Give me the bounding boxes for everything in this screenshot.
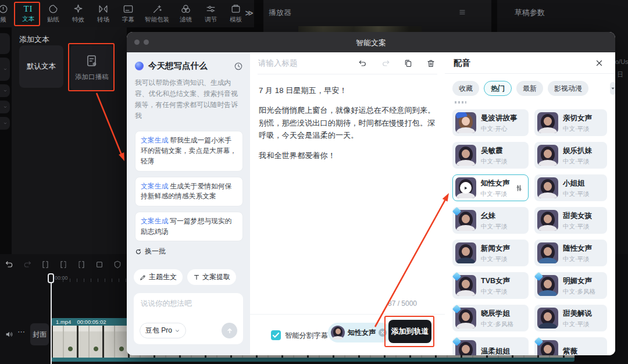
hamburger-icon[interactable] — [458, 9, 467, 16]
captions-icon — [123, 3, 134, 15]
voice-card[interactable]: 小姐姐中文·平淡 — [534, 174, 607, 201]
voice-name: 随性女声 — [563, 244, 592, 252]
rail-item[interactable] — [0, 117, 10, 130]
voice-desc: 中文·多风格 — [563, 288, 595, 296]
rail-item[interactable] — [0, 58, 10, 81]
suggestion-card[interactable]: 文案生成写一篇梦想与现实的励志鸡汤 — [135, 212, 243, 241]
delete-icon[interactable] — [426, 59, 436, 68]
refresh-button[interactable]: 换一批 — [135, 247, 250, 256]
voice-avatar — [537, 340, 558, 355]
voice-card[interactable]: 甜美女孩中文·平淡 — [534, 207, 607, 234]
voice-card[interactable]: 吴敏霞中文·平淡 — [452, 142, 529, 169]
dialog-header[interactable]: 智能文案 — [127, 32, 615, 52]
idea-input-placeholder: 说说你的想法吧 — [141, 299, 192, 309]
voice-card[interactable]: 甜美解说中文·平淡 — [534, 305, 607, 331]
toolbar-more-button[interactable]: ≫ — [245, 8, 252, 17]
assistant-column: 今天想写点什么 我可以帮助你查询知识、生成内容、优化和总结文案、搜索抖音视频等，… — [127, 52, 250, 355]
toolbar-item-smart-package[interactable]: 智能包装 — [141, 0, 173, 27]
voice-desc: 中文·平淡 — [481, 288, 510, 296]
editor-text[interactable]: 7 月 18 日星期五，早安！阳光会悄悄爬上窗台，就像好运总在不经意间到来。别慌… — [250, 74, 445, 162]
voice-card[interactable]: 曼波讲故事中文·开心 — [452, 109, 529, 136]
sort-caret-button[interactable] — [610, 82, 615, 95]
default-text-card[interactable]: 默认文本 — [19, 45, 63, 88]
voice-card[interactable]: 幺妹中文·平淡 — [452, 207, 529, 234]
extract-copy-button[interactable]: 文案提取 — [187, 269, 236, 285]
voice-card[interactable]: TVB女声中文·平淡 — [452, 272, 529, 299]
toolbar-item-sticker[interactable]: 贴纸 — [41, 0, 66, 27]
crop-icon[interactable] — [90, 260, 108, 270]
voice-card[interactable]: 温柔姐姐 — [452, 337, 529, 355]
smart-split-checkbox[interactable] — [271, 330, 281, 340]
clock-history-icon[interactable] — [234, 62, 243, 71]
more-dots-icon[interactable]: ⋯ — [17, 327, 26, 336]
voice-name: 幺妹 — [481, 212, 495, 220]
rail-item[interactable] — [0, 101, 10, 113]
toolbar-item-filter-lens[interactable]: 滤镜 — [173, 0, 198, 27]
add-text-panel: 添加文本 默认文本 添加口播稿 — [12, 27, 127, 254]
redo-icon[interactable] — [18, 260, 36, 270]
voice-avatar — [455, 177, 476, 198]
voice-desc: 中文·多风格 — [481, 320, 513, 329]
suggestion-card[interactable]: 文案生成生成关于爱情如何保持新鲜感的情感关系文案 — [135, 177, 243, 206]
toolbar-item-audio[interactable]: 频 — [0, 0, 16, 27]
voice-name: 娱乐扒妹 — [563, 147, 592, 155]
voice-tab[interactable]: 热门 — [484, 81, 512, 96]
add-to-track-button[interactable]: 添加到轨道 — [388, 320, 431, 343]
idea-input[interactable]: 说说你的想法吧 豆包 Pro — [134, 293, 243, 344]
voice-card[interactable]: 紫薇 — [534, 337, 607, 355]
split-right-icon[interactable] — [72, 260, 90, 270]
filter-lens-icon — [180, 3, 191, 15]
toolbar-item-captions[interactable]: 字幕 — [116, 0, 141, 27]
voice-name: 紫薇 — [563, 347, 577, 355]
voice-desc: 中文·平淡 — [563, 223, 592, 231]
voice-tab[interactable]: 影视动漫 — [548, 81, 588, 96]
voice-name: 亲切女声 — [563, 114, 592, 122]
x-close-icon[interactable] — [595, 59, 604, 67]
voice-tab[interactable]: 收藏 — [452, 81, 479, 96]
voice-card[interactable]: 知性女声中文·平淡 — [452, 174, 529, 201]
speaker-icon[interactable] — [5, 330, 14, 339]
mask-icon[interactable] — [108, 260, 126, 270]
redo-icon[interactable] — [381, 59, 390, 68]
undo-icon[interactable] — [0, 260, 18, 270]
pen-icon — [140, 274, 147, 281]
split-left-icon[interactable] — [54, 260, 72, 270]
player-panel: 播放器 — [263, 0, 491, 32]
toolbar-item-text[interactable]: TI文本 — [16, 0, 41, 27]
close-circle-icon[interactable] — [379, 329, 387, 337]
topic-generate-button[interactable]: 主题生文 — [134, 269, 183, 285]
voice-card[interactable]: 晓辰学姐中文·多风格 — [452, 305, 529, 331]
voice-card[interactable]: 新闻女声中文·平淡 — [452, 240, 529, 266]
toolbar-item-adjust[interactable]: 调节 — [198, 0, 223, 27]
voice-card[interactable]: 娱乐扒妹中文·平淡 — [534, 142, 607, 169]
undo-icon[interactable] — [358, 59, 367, 68]
copy-icon[interactable] — [404, 59, 413, 68]
send-button[interactable] — [222, 323, 237, 338]
voice-desc: 中文·平淡 — [563, 158, 592, 166]
suggestion-list: 文案生成帮我生成一篇小米手环的营销文案，卖点是大屏幕，轻薄文案生成生成关于爱情如… — [135, 131, 243, 241]
suggestion-card[interactable]: 文案生成帮我生成一篇小米手环的营销文案，卖点是大屏幕，轻薄 — [135, 131, 243, 171]
voice-tab[interactable]: 最新 — [516, 81, 543, 96]
playhead[interactable] — [51, 273, 52, 364]
voice-column: 配音 收藏热门最新影视动漫 曼波讲故事中文·开心亲切女声中文·平淡吴敏霞中文·平… — [445, 52, 615, 355]
split-icon[interactable] — [36, 260, 54, 270]
toolbar-item-transition[interactable]: 转场 — [91, 0, 116, 27]
voice-avatar — [537, 308, 558, 329]
voice-card[interactable]: 随性女声中文·平淡 — [534, 240, 607, 266]
voice-settings-icon[interactable] — [515, 184, 523, 192]
voice-card[interactable]: 明媚女声中文·多风格 — [534, 272, 607, 299]
model-selector[interactable]: 豆包 Pro — [140, 323, 186, 338]
rail-item[interactable] — [0, 33, 10, 54]
playhead-handle[interactable] — [48, 273, 54, 283]
voice-avatar — [537, 177, 558, 198]
cover-button[interactable]: 封面 — [30, 323, 49, 345]
rail-item[interactable] — [0, 84, 10, 97]
toolbar-item-effects[interactable]: 特效 — [66, 0, 91, 27]
add-script-card[interactable]: 添加口播稿 — [70, 45, 113, 90]
selected-voice-chip[interactable]: 知性女声 — [328, 323, 391, 342]
voice-desc: 中文·平淡 — [481, 223, 508, 231]
title-input[interactable]: 请输入标题 — [258, 58, 345, 69]
play-icon[interactable] — [460, 182, 472, 194]
voice-card[interactable]: 亲切女声中文·平淡 — [534, 109, 607, 136]
voice-tabs: 收藏热门最新影视动漫 — [445, 74, 615, 96]
